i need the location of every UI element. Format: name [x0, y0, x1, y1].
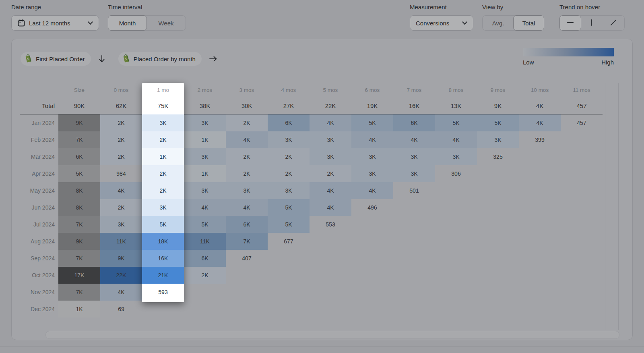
- heat-cell[interactable]: 3K: [351, 165, 393, 182]
- heat-cell[interactable]: 457: [561, 114, 603, 131]
- heat-cell[interactable]: 2K: [184, 267, 226, 284]
- heat-cell[interactable]: 8K: [58, 199, 100, 216]
- heat-cell[interactable]: 306: [435, 165, 477, 182]
- heat-cell[interactable]: 553: [310, 216, 351, 233]
- heat-cell[interactable]: 5K: [351, 114, 393, 131]
- heat-cell[interactable]: 9K: [100, 250, 142, 267]
- heat-cell[interactable]: 399: [519, 131, 561, 148]
- heat-cell[interactable]: 5K: [58, 165, 100, 182]
- heat-cell[interactable]: 4K: [184, 199, 226, 216]
- heat-cell[interactable]: 3K: [310, 148, 351, 165]
- heat-cell[interactable]: 2K: [142, 165, 184, 182]
- heat-cell[interactable]: 69: [100, 301, 142, 318]
- heat-cell[interactable]: 6K: [184, 250, 226, 267]
- heat-cell[interactable]: 407: [226, 250, 268, 267]
- heat-cell[interactable]: 677: [268, 233, 310, 250]
- heat-cell[interactable]: 4K: [310, 114, 351, 131]
- heat-cell[interactable]: 1K: [142, 148, 184, 165]
- heat-cell[interactable]: 2K: [226, 148, 268, 165]
- heat-cell[interactable]: 2K: [226, 165, 268, 182]
- heat-cell[interactable]: 5K: [435, 114, 477, 131]
- heat-cell[interactable]: 4K: [310, 199, 351, 216]
- heat-cell[interactable]: 2K: [142, 131, 184, 148]
- heat-cell[interactable]: 4K: [100, 182, 142, 199]
- heat-cell[interactable]: 1K: [184, 165, 226, 182]
- heat-cell[interactable]: 7K: [58, 250, 100, 267]
- heat-cell[interactable]: 501: [393, 182, 435, 199]
- heat-cell[interactable]: 11K: [100, 233, 142, 250]
- heat-cell[interactable]: 9K: [58, 233, 100, 250]
- trend-horizontal-line-button[interactable]: [559, 15, 581, 31]
- first-event-chip[interactable]: S First Placed Order: [21, 52, 91, 66]
- heat-cell[interactable]: 2K: [100, 199, 142, 216]
- heat-cell[interactable]: 18K: [142, 233, 184, 250]
- return-event-chip[interactable]: S Placed Order by month: [118, 52, 202, 66]
- heat-cell[interactable]: 16K: [142, 250, 184, 267]
- heat-cell[interactable]: 4K: [435, 131, 477, 148]
- heat-cell[interactable]: 2K: [100, 131, 142, 148]
- heat-cell[interactable]: 3K: [393, 165, 435, 182]
- heat-cell[interactable]: 3K: [226, 182, 268, 199]
- heat-cell[interactable]: 2K: [100, 148, 142, 165]
- heat-cell[interactable]: 4K: [100, 284, 142, 301]
- heat-cell[interactable]: 11K: [184, 233, 226, 250]
- heat-cell[interactable]: 984: [100, 165, 142, 182]
- heat-cell[interactable]: 8K: [58, 182, 100, 199]
- heat-cell[interactable]: 5K: [142, 216, 184, 233]
- time-interval-month[interactable]: Month: [108, 15, 147, 31]
- heat-cell[interactable]: 21K: [142, 267, 184, 284]
- measurement-dropdown[interactable]: Conversions: [410, 15, 473, 31]
- heat-cell[interactable]: 9K: [58, 114, 100, 131]
- heat-cell[interactable]: 5K: [184, 216, 226, 233]
- heat-cell[interactable]: 3K: [184, 182, 226, 199]
- heat-cell[interactable]: 496: [351, 199, 393, 216]
- heat-cell[interactable]: 3K: [268, 182, 310, 199]
- heat-cell[interactable]: 4K: [351, 182, 393, 199]
- heat-cell[interactable]: 22K: [100, 267, 142, 284]
- heat-cell[interactable]: 4K: [393, 131, 435, 148]
- heat-cell[interactable]: 3K: [477, 131, 519, 148]
- heat-cell[interactable]: 3K: [142, 199, 184, 216]
- heat-cell[interactable]: 7K: [226, 233, 268, 250]
- date-range-button[interactable]: Last 12 months: [11, 15, 99, 31]
- heat-cell[interactable]: 3K: [310, 131, 351, 148]
- heat-cell[interactable]: 2K: [142, 182, 184, 199]
- time-interval-week[interactable]: Week: [147, 16, 186, 30]
- heat-cell[interactable]: 6K: [58, 148, 100, 165]
- heat-cell[interactable]: 3K: [142, 114, 184, 131]
- heat-cell[interactable]: 3K: [351, 148, 393, 165]
- heat-cell[interactable]: 3K: [393, 148, 435, 165]
- heat-cell[interactable]: 5K: [477, 114, 519, 131]
- heat-cell[interactable]: 2K: [310, 165, 351, 182]
- heat-cell[interactable]: 7K: [58, 216, 100, 233]
- heat-cell[interactable]: 2K: [226, 114, 268, 131]
- heat-cell[interactable]: 6K: [268, 114, 310, 131]
- horizontal-scrollbar-track[interactable]: [45, 331, 619, 339]
- trend-vertical-line-button[interactable]: [581, 16, 603, 30]
- view-by-avg[interactable]: Avg.: [483, 16, 514, 30]
- heat-cell[interactable]: 4K: [310, 182, 351, 199]
- heat-cell[interactable]: 4K: [351, 131, 393, 148]
- heat-cell[interactable]: 5K: [268, 216, 310, 233]
- heat-cell[interactable]: 325: [477, 148, 519, 165]
- heat-cell[interactable]: 3K: [184, 148, 226, 165]
- heat-cell[interactable]: 4K: [226, 199, 268, 216]
- heat-cell[interactable]: 1K: [184, 131, 226, 148]
- heat-cell[interactable]: 7K: [58, 284, 100, 301]
- vertical-scrollbar-track[interactable]: [618, 83, 619, 330]
- heat-cell[interactable]: 1K: [58, 301, 100, 318]
- heat-cell[interactable]: 593: [142, 284, 184, 301]
- heat-cell[interactable]: 6K: [393, 114, 435, 131]
- heat-cell[interactable]: 3K: [435, 148, 477, 165]
- heat-cell[interactable]: 2K: [268, 148, 310, 165]
- heat-cell[interactable]: 17K: [58, 267, 100, 284]
- heat-cell[interactable]: 2K: [268, 165, 310, 182]
- heat-cell[interactable]: 6K: [226, 216, 268, 233]
- heat-cell[interactable]: 3K: [268, 131, 310, 148]
- view-by-total[interactable]: Total: [513, 15, 544, 31]
- heat-cell[interactable]: 3K: [100, 216, 142, 233]
- heat-cell[interactable]: 4K: [519, 114, 561, 131]
- heat-cell[interactable]: 7K: [58, 131, 100, 148]
- trend-diagonal-line-button[interactable]: [603, 16, 624, 30]
- heat-cell[interactable]: 2K: [100, 114, 142, 131]
